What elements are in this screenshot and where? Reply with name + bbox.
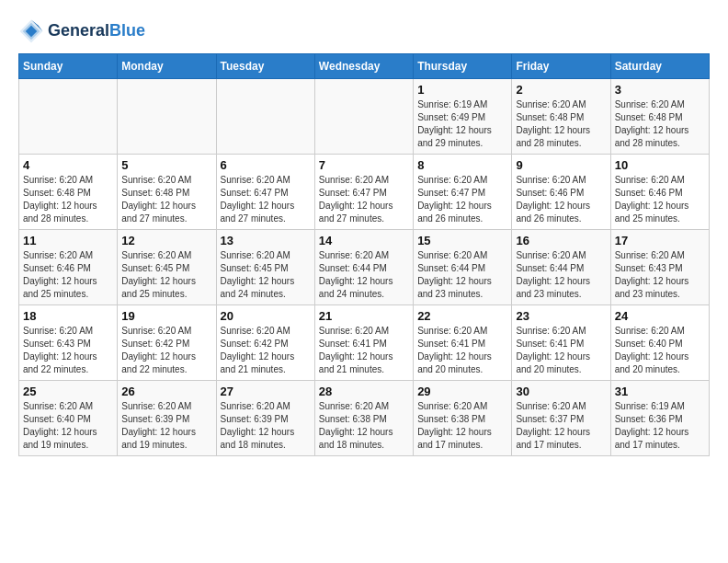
calendar-week-3: 11Sunrise: 6:20 AM Sunset: 6:46 PM Dayli… — [19, 230, 710, 305]
day-header-saturday: Saturday — [610, 54, 709, 79]
calendar-week-2: 4Sunrise: 6:20 AM Sunset: 6:48 PM Daylig… — [19, 155, 710, 230]
day-info: Sunrise: 6:20 AM Sunset: 6:47 PM Dayligh… — [417, 174, 507, 225]
day-info: Sunrise: 6:20 AM Sunset: 6:45 PM Dayligh… — [221, 249, 311, 301]
day-number: 14 — [319, 234, 409, 247]
calendar-cell: 7Sunrise: 6:20 AM Sunset: 6:47 PM Daylig… — [314, 155, 413, 230]
calendar-cell: 21Sunrise: 6:20 AM Sunset: 6:41 PM Dayli… — [314, 305, 413, 381]
calendar-body: 1Sunrise: 6:19 AM Sunset: 6:49 PM Daylig… — [19, 79, 710, 456]
day-number: 25 — [23, 385, 113, 398]
day-info: Sunrise: 6:20 AM Sunset: 6:37 PM Dayligh… — [516, 400, 606, 452]
day-number: 22 — [417, 309, 507, 323]
logo-text: GeneralBlue — [48, 22, 145, 40]
calendar-cell: 31Sunrise: 6:19 AM Sunset: 6:36 PM Dayli… — [610, 381, 709, 456]
day-info: Sunrise: 6:20 AM Sunset: 6:41 PM Dayligh… — [516, 325, 606, 376]
day-info: Sunrise: 6:20 AM Sunset: 6:41 PM Dayligh… — [417, 325, 507, 376]
calendar-cell: 1Sunrise: 6:19 AM Sunset: 6:49 PM Daylig… — [414, 79, 512, 155]
day-number: 27 — [221, 385, 311, 398]
day-header-thursday: Thursday — [414, 54, 512, 79]
day-number: 2 — [516, 83, 606, 97]
calendar-cell: 22Sunrise: 6:20 AM Sunset: 6:41 PM Dayli… — [414, 305, 512, 381]
day-info: Sunrise: 6:19 AM Sunset: 6:49 PM Dayligh… — [417, 98, 507, 150]
day-info: Sunrise: 6:20 AM Sunset: 6:40 PM Dayligh… — [615, 325, 705, 376]
day-number: 9 — [516, 158, 606, 172]
calendar-cell: 5Sunrise: 6:20 AM Sunset: 6:48 PM Daylig… — [118, 155, 216, 230]
day-info: Sunrise: 6:20 AM Sunset: 6:48 PM Dayligh… — [23, 174, 113, 225]
calendar-week-1: 1Sunrise: 6:19 AM Sunset: 6:49 PM Daylig… — [19, 79, 710, 155]
calendar-cell: 3Sunrise: 6:20 AM Sunset: 6:48 PM Daylig… — [610, 79, 709, 155]
calendar-cell: 4Sunrise: 6:20 AM Sunset: 6:48 PM Daylig… — [19, 155, 118, 230]
calendar-cell: 9Sunrise: 6:20 AM Sunset: 6:46 PM Daylig… — [512, 155, 610, 230]
day-info: Sunrise: 6:20 AM Sunset: 6:43 PM Dayligh… — [23, 325, 113, 376]
calendar-cell: 8Sunrise: 6:20 AM Sunset: 6:47 PM Daylig… — [414, 155, 512, 230]
day-info: Sunrise: 6:20 AM Sunset: 6:39 PM Dayligh… — [121, 400, 211, 452]
calendar-cell — [19, 79, 118, 155]
day-number: 20 — [221, 309, 311, 323]
day-number: 17 — [615, 234, 705, 247]
calendar-cell: 13Sunrise: 6:20 AM Sunset: 6:45 PM Dayli… — [216, 230, 314, 305]
day-number: 3 — [615, 83, 705, 97]
logo-icon — [18, 18, 44, 44]
calendar-cell: 11Sunrise: 6:20 AM Sunset: 6:46 PM Dayli… — [19, 230, 118, 305]
calendar-cell: 24Sunrise: 6:20 AM Sunset: 6:40 PM Dayli… — [610, 305, 709, 381]
day-info: Sunrise: 6:20 AM Sunset: 6:43 PM Dayligh… — [615, 249, 705, 301]
day-number: 21 — [319, 309, 409, 323]
day-info: Sunrise: 6:20 AM Sunset: 6:48 PM Dayligh… — [121, 174, 211, 225]
day-info: Sunrise: 6:20 AM Sunset: 6:46 PM Dayligh… — [615, 174, 705, 225]
day-header-sunday: Sunday — [19, 54, 118, 79]
day-info: Sunrise: 6:19 AM Sunset: 6:36 PM Dayligh… — [615, 400, 705, 452]
day-info: Sunrise: 6:20 AM Sunset: 6:46 PM Dayligh… — [516, 174, 606, 225]
day-header-tuesday: Tuesday — [216, 54, 314, 79]
day-number: 11 — [23, 234, 113, 247]
day-info: Sunrise: 6:20 AM Sunset: 6:41 PM Dayligh… — [319, 325, 409, 376]
day-info: Sunrise: 6:20 AM Sunset: 6:38 PM Dayligh… — [417, 400, 507, 452]
calendar-cell: 23Sunrise: 6:20 AM Sunset: 6:41 PM Dayli… — [512, 305, 610, 381]
calendar-cell — [216, 79, 314, 155]
day-number: 19 — [121, 309, 211, 323]
day-number: 15 — [417, 234, 507, 247]
day-header-monday: Monday — [118, 54, 216, 79]
day-number: 7 — [319, 158, 409, 172]
day-info: Sunrise: 6:20 AM Sunset: 6:42 PM Dayligh… — [221, 325, 311, 376]
logo: GeneralBlue — [18, 18, 145, 44]
day-info: Sunrise: 6:20 AM Sunset: 6:48 PM Dayligh… — [516, 98, 606, 150]
calendar-cell: 27Sunrise: 6:20 AM Sunset: 6:39 PM Dayli… — [216, 381, 314, 456]
calendar-cell: 2Sunrise: 6:20 AM Sunset: 6:48 PM Daylig… — [512, 79, 610, 155]
day-number: 28 — [319, 385, 409, 398]
day-info: Sunrise: 6:20 AM Sunset: 6:47 PM Dayligh… — [221, 174, 311, 225]
calendar-cell: 14Sunrise: 6:20 AM Sunset: 6:44 PM Dayli… — [314, 230, 413, 305]
calendar-cell: 28Sunrise: 6:20 AM Sunset: 6:38 PM Dayli… — [314, 381, 413, 456]
calendar-week-5: 25Sunrise: 6:20 AM Sunset: 6:40 PM Dayli… — [19, 381, 710, 456]
calendar-cell: 29Sunrise: 6:20 AM Sunset: 6:38 PM Dayli… — [414, 381, 512, 456]
day-info: Sunrise: 6:20 AM Sunset: 6:45 PM Dayligh… — [121, 249, 211, 301]
calendar-cell: 6Sunrise: 6:20 AM Sunset: 6:47 PM Daylig… — [216, 155, 314, 230]
day-number: 18 — [23, 309, 113, 323]
day-info: Sunrise: 6:20 AM Sunset: 6:39 PM Dayligh… — [221, 400, 311, 452]
day-info: Sunrise: 6:20 AM Sunset: 6:46 PM Dayligh… — [23, 249, 113, 301]
day-info: Sunrise: 6:20 AM Sunset: 6:44 PM Dayligh… — [319, 249, 409, 301]
day-number: 16 — [516, 234, 606, 247]
calendar-cell: 16Sunrise: 6:20 AM Sunset: 6:44 PM Dayli… — [512, 230, 610, 305]
calendar-cell: 15Sunrise: 6:20 AM Sunset: 6:44 PM Dayli… — [414, 230, 512, 305]
calendar-cell: 17Sunrise: 6:20 AM Sunset: 6:43 PM Dayli… — [610, 230, 709, 305]
calendar-cell: 10Sunrise: 6:20 AM Sunset: 6:46 PM Dayli… — [610, 155, 709, 230]
calendar-header: SundayMondayTuesdayWednesdayThursdayFrid… — [19, 54, 710, 79]
day-info: Sunrise: 6:20 AM Sunset: 6:40 PM Dayligh… — [23, 400, 113, 452]
day-number: 5 — [121, 158, 211, 172]
calendar-cell — [118, 79, 216, 155]
day-info: Sunrise: 6:20 AM Sunset: 6:44 PM Dayligh… — [516, 249, 606, 301]
day-info: Sunrise: 6:20 AM Sunset: 6:47 PM Dayligh… — [319, 174, 409, 225]
day-number: 30 — [516, 385, 606, 398]
day-info: Sunrise: 6:20 AM Sunset: 6:38 PM Dayligh… — [319, 400, 409, 452]
day-number: 1 — [417, 83, 507, 97]
day-number: 31 — [615, 385, 705, 398]
day-header-friday: Friday — [512, 54, 610, 79]
day-number: 6 — [221, 158, 311, 172]
day-info: Sunrise: 6:20 AM Sunset: 6:42 PM Dayligh… — [121, 325, 211, 376]
day-number: 23 — [516, 309, 606, 323]
calendar-cell: 26Sunrise: 6:20 AM Sunset: 6:39 PM Dayli… — [118, 381, 216, 456]
day-info: Sunrise: 6:20 AM Sunset: 6:48 PM Dayligh… — [615, 98, 705, 150]
calendar-cell: 19Sunrise: 6:20 AM Sunset: 6:42 PM Dayli… — [118, 305, 216, 381]
calendar-table: SundayMondayTuesdayWednesdayThursdayFrid… — [18, 53, 710, 456]
calendar-cell: 25Sunrise: 6:20 AM Sunset: 6:40 PM Dayli… — [19, 381, 118, 456]
day-number: 13 — [221, 234, 311, 247]
